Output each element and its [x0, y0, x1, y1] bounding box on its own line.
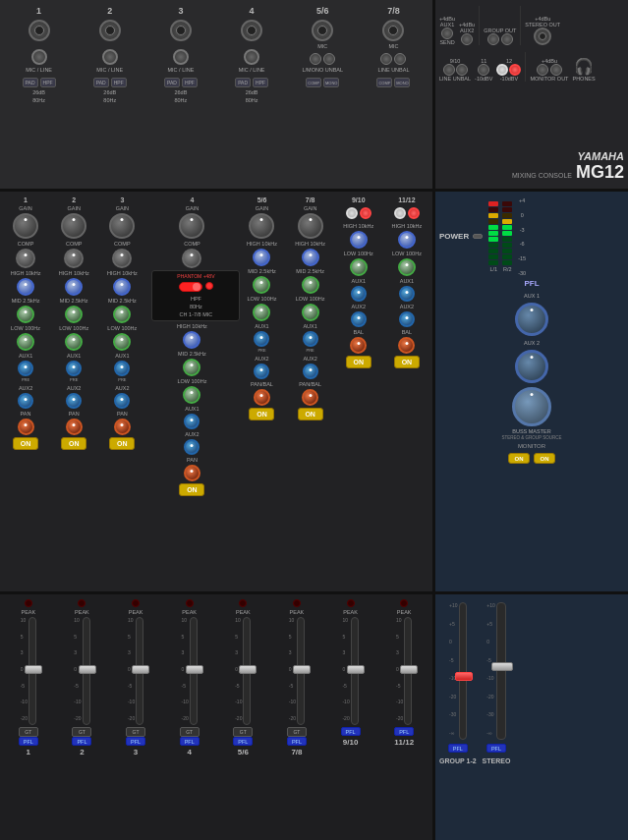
ch1-gain-knob[interactable]: [13, 213, 38, 239]
ch2-comp-knob[interactable]: [64, 249, 84, 268]
ch3-hpf[interactable]: HPF: [182, 78, 198, 87]
fader2-thumb[interactable]: [79, 665, 96, 674]
ch1112-bal-knob[interactable]: [398, 337, 415, 354]
ch4-aux2-knob[interactable]: [184, 439, 200, 455]
ch1-on-button[interactable]: ON: [13, 437, 38, 450]
ch3-pan-knob[interactable]: [114, 419, 131, 435]
ch1-pad[interactable]: PAD: [23, 78, 38, 87]
group-pfl[interactable]: PFL: [448, 744, 468, 753]
ch3-pad[interactable]: PAD: [164, 78, 180, 87]
ch56-mid-knob[interactable]: [253, 276, 270, 294]
ch4-aux1-knob[interactable]: [184, 414, 200, 429]
ch910-high-knob[interactable]: [350, 231, 368, 249]
ch2-aux1-knob[interactable]: [66, 361, 82, 376]
ch4-pan-knob[interactable]: [184, 465, 200, 481]
ch1-comp-knob[interactable]: [16, 249, 35, 268]
monitor-r[interactable]: [550, 64, 562, 76]
ch910-l[interactable]: [443, 64, 455, 76]
aux1-jack[interactable]: [441, 28, 453, 39]
group-out-1[interactable]: [487, 33, 499, 45]
ch3-low-knob[interactable]: [113, 333, 131, 351]
fader910-pfl[interactable]: PFL: [341, 727, 361, 736]
ch4-low-knob[interactable]: [183, 386, 200, 404]
fader3-pfl[interactable]: PFL: [126, 737, 145, 746]
fader4-pfl[interactable]: PFL: [180, 737, 200, 746]
ch4-gain-knob[interactable]: [179, 213, 204, 239]
ch1-hpf[interactable]: HPF: [40, 78, 56, 87]
ch1-xlr[interactable]: [29, 20, 50, 41]
ch1112-high-knob[interactable]: [398, 231, 416, 249]
ch1112-rca-l[interactable]: [394, 207, 406, 219]
phantom-switch[interactable]: [179, 282, 202, 292]
ch2-gain-knob[interactable]: [61, 213, 86, 239]
fader2-pfl[interactable]: PFL: [72, 737, 91, 746]
ch1-aux1-knob[interactable]: [18, 361, 33, 376]
ch78-aux2-knob[interactable]: [303, 364, 318, 379]
ch78-btn1[interactable]: COMP: [376, 78, 392, 87]
ch4-xlr[interactable]: [241, 20, 262, 41]
ch78-btn2[interactable]: MONO: [394, 78, 410, 87]
ch1112-aux2-knob[interactable]: [399, 311, 415, 327]
ch1-high-knob[interactable]: [17, 278, 34, 296]
ch3-mid-knob[interactable]: [113, 306, 131, 323]
fader3-thumb[interactable]: [132, 665, 149, 674]
ch4-high-knob[interactable]: [183, 331, 200, 349]
ch4-mid-knob[interactable]: [183, 359, 200, 376]
fader4-thumb[interactable]: [186, 665, 203, 674]
monitor-l[interactable]: [537, 64, 548, 76]
ch56-low-knob[interactable]: [253, 304, 270, 321]
ch4-pad[interactable]: PAD: [235, 78, 251, 87]
power-switch[interactable]: [473, 234, 483, 239]
fader78-pfl[interactable]: PFL: [287, 737, 307, 746]
ch56-aux1-knob[interactable]: [254, 331, 269, 347]
ch4-comp-knob[interactable]: [182, 249, 201, 268]
ch12-rca-r[interactable]: [509, 64, 521, 76]
ch78-pan-knob[interactable]: [302, 389, 318, 406]
ch3-aux1-knob[interactable]: [114, 361, 130, 376]
fader3-gt[interactable]: GT: [126, 727, 145, 737]
group-out-2[interactable]: [501, 33, 513, 45]
ch3-aux2-knob[interactable]: [114, 393, 130, 409]
master-on-button-l[interactable]: ON: [508, 453, 530, 464]
fader78-gt[interactable]: GT: [287, 727, 307, 737]
ch56-btn1[interactable]: COMP: [306, 78, 321, 87]
aux2-master-knob[interactable]: [515, 350, 548, 383]
ch56-btn2[interactable]: MONO: [323, 78, 339, 87]
aux1-master-knob[interactable]: [515, 303, 548, 336]
ch2-pad[interactable]: PAD: [93, 78, 109, 87]
ch4-hpf[interactable]: HPF: [253, 78, 268, 87]
ch3-jack[interactable]: [173, 49, 189, 65]
bus-master-knob[interactable]: [512, 387, 551, 426]
group-fader-thumb[interactable]: [455, 672, 473, 681]
ch56-aux2-knob[interactable]: [254, 364, 269, 379]
ch910-rca-l[interactable]: [346, 207, 358, 219]
ch56-gain-knob[interactable]: [249, 213, 274, 239]
ch2-on-button[interactable]: ON: [61, 437, 86, 450]
aux2-jack[interactable]: [461, 33, 473, 45]
ch3-on-button[interactable]: ON: [109, 437, 135, 450]
ch1112-low-knob[interactable]: [398, 258, 416, 276]
fader1112-thumb[interactable]: [400, 665, 418, 674]
fader56-gt[interactable]: GT: [233, 727, 253, 737]
ch56-high-knob[interactable]: [253, 249, 270, 266]
ch910-on-button[interactable]: ON: [346, 356, 371, 368]
fader56-thumb[interactable]: [239, 665, 257, 674]
ch56-on-button[interactable]: ON: [249, 408, 274, 420]
master-on-button-r[interactable]: ON: [534, 453, 555, 464]
ch910-aux1-knob[interactable]: [351, 286, 367, 302]
ch1-low-knob[interactable]: [17, 333, 34, 351]
fader1-pfl[interactable]: PFL: [19, 737, 38, 746]
ch2-hpf[interactable]: HPF: [111, 78, 127, 87]
fader910-thumb[interactable]: [347, 665, 365, 674]
ch78-gain-knob[interactable]: [298, 213, 323, 239]
ch11-jack[interactable]: [478, 64, 489, 76]
ch1-aux2-knob[interactable]: [18, 393, 33, 409]
ch56-pan-knob[interactable]: [254, 389, 270, 406]
fader1-gt[interactable]: GT: [19, 727, 38, 737]
stereo-out-xlr[interactable]: [534, 28, 551, 45]
ch3-xlr[interactable]: [170, 20, 192, 41]
ch2-mid-knob[interactable]: [65, 306, 83, 323]
ch78-jack-r[interactable]: [394, 53, 406, 65]
ch78-mid-knob[interactable]: [302, 276, 319, 294]
ch78-low-knob[interactable]: [302, 304, 319, 321]
